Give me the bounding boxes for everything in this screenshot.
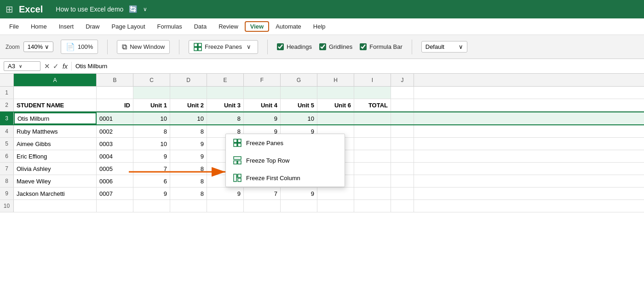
cell-C1[interactable]	[133, 87, 170, 99]
cell-G3[interactable]: 10	[281, 112, 317, 124]
cell-I9[interactable]	[354, 188, 391, 199]
menu-help[interactable]: Help	[308, 21, 331, 32]
cell-D6[interactable]: 9	[170, 150, 207, 162]
cell-I4[interactable]	[354, 125, 391, 137]
cell-I10[interactable]	[354, 200, 391, 212]
headings-checkbox-label[interactable]: Headings	[277, 43, 312, 50]
cell-B3[interactable]: 0001	[97, 112, 133, 124]
cell-J6[interactable]	[391, 150, 414, 162]
cell-J2[interactable]	[391, 99, 414, 111]
cell-I3[interactable]	[354, 112, 391, 124]
cell-reference-box[interactable]: A3 ∨	[4, 61, 40, 71]
col-header-B[interactable]: B	[97, 74, 133, 86]
cell-J4[interactable]	[391, 125, 414, 137]
cell-C9[interactable]: 9	[133, 188, 170, 199]
cell-C4[interactable]: 8	[133, 125, 170, 137]
cell-A10[interactable]	[14, 200, 97, 212]
cell-E1[interactable]	[207, 87, 244, 99]
menu-formulas[interactable]: Formulas	[152, 21, 188, 32]
cell-J8[interactable]	[391, 175, 414, 187]
cell-B8[interactable]: 0006	[97, 175, 133, 187]
cell-I7[interactable]	[354, 163, 391, 175]
cell-I1[interactable]	[354, 87, 391, 99]
cell-F3[interactable]: 9	[244, 112, 281, 124]
cell-J10[interactable]	[391, 200, 414, 212]
cell-H3[interactable]	[317, 112, 354, 124]
freeze-first-column-option[interactable]: Freeze First Column	[226, 169, 345, 187]
menu-file[interactable]: File	[4, 21, 24, 32]
menu-insert[interactable]: Insert	[53, 21, 80, 32]
cell-A8[interactable]: Maeve Wiley	[14, 175, 97, 187]
cell-B2[interactable]: ID	[97, 99, 133, 111]
col-header-F[interactable]: F	[244, 74, 281, 86]
cell-H2[interactable]: Unit 6	[317, 99, 354, 111]
freeze-panes-option[interactable]: Freeze Panes	[226, 134, 345, 152]
cell-C10[interactable]	[133, 200, 170, 212]
cell-C2[interactable]: Unit 1	[133, 99, 170, 111]
cell-C5[interactable]: 10	[133, 138, 170, 150]
menu-draw[interactable]: Draw	[80, 21, 105, 32]
cell-H9[interactable]	[317, 188, 354, 199]
cell-F2[interactable]: Unit 4	[244, 99, 281, 111]
cell-B10[interactable]	[97, 200, 133, 212]
cell-G9[interactable]: 9	[281, 188, 317, 199]
menu-page-layout[interactable]: Page Layout	[106, 21, 151, 32]
cell-J1[interactable]	[391, 87, 414, 99]
cell-F10[interactable]	[244, 200, 281, 212]
cell-A6[interactable]: Eric Effiong	[14, 150, 97, 162]
cancel-icon[interactable]: ✕	[44, 62, 50, 70]
cell-I2[interactable]: TOTAL	[354, 99, 391, 111]
gridlines-checkbox[interactable]	[319, 43, 326, 50]
cell-F1[interactable]	[244, 87, 281, 99]
menu-data[interactable]: Data	[189, 21, 212, 32]
cell-I8[interactable]	[354, 175, 391, 187]
menu-review[interactable]: Review	[213, 21, 244, 32]
cell-E9[interactable]: 9	[207, 188, 244, 199]
col-header-I[interactable]: I	[354, 74, 391, 86]
view-dropdown[interactable]: Default ∨	[421, 41, 467, 53]
cell-I6[interactable]	[354, 150, 391, 162]
col-header-A[interactable]: A	[14, 74, 97, 86]
cell-J9[interactable]	[391, 188, 414, 199]
cell-A2[interactable]: STUDENT NAME	[14, 99, 97, 111]
cell-D10[interactable]	[170, 200, 207, 212]
cell-C6[interactable]: 9	[133, 150, 170, 162]
cell-B1[interactable]	[97, 87, 133, 99]
gridlines-checkbox-label[interactable]: Gridlines	[319, 43, 352, 50]
cell-F9[interactable]: 7	[244, 188, 281, 199]
formula-bar-checkbox[interactable]	[360, 43, 367, 50]
cell-A4[interactable]: Ruby Matthews	[14, 125, 97, 137]
cell-J5[interactable]	[391, 138, 414, 150]
cell-E10[interactable]	[207, 200, 244, 212]
cell-G1[interactable]	[281, 87, 317, 99]
cell-D1[interactable]	[170, 87, 207, 99]
cell-D3[interactable]: 10	[170, 112, 207, 124]
headings-checkbox[interactable]	[277, 43, 284, 50]
cell-E3[interactable]: 8	[207, 112, 244, 124]
freeze-top-row-option[interactable]: Freeze Top Row	[226, 152, 345, 169]
col-header-H[interactable]: H	[317, 74, 354, 86]
cell-A3[interactable]: Otis Milburn	[14, 112, 97, 124]
cell-D4[interactable]: 8	[170, 125, 207, 137]
cell-D9[interactable]: 8	[170, 188, 207, 199]
cell-B6[interactable]: 0004	[97, 150, 133, 162]
cell-D2[interactable]: Unit 2	[170, 99, 207, 111]
new-window-button[interactable]: ⧉ New Window	[117, 40, 170, 54]
cell-E2[interactable]: Unit 3	[207, 99, 244, 111]
confirm-icon[interactable]: ✓	[53, 62, 59, 70]
formula-bar-checkbox-label[interactable]: Formula Bar	[360, 43, 402, 50]
cell-C3[interactable]: 10	[133, 112, 170, 124]
menu-home[interactable]: Home	[25, 21, 52, 32]
cell-B4[interactable]: 0002	[97, 125, 133, 137]
cell-B5[interactable]: 0003	[97, 138, 133, 150]
cell-A7[interactable]: Olivia Ashley	[14, 163, 97, 175]
zoom-value[interactable]: 140% ∨	[23, 41, 53, 52]
col-header-E[interactable]: E	[207, 74, 244, 86]
cell-J7[interactable]	[391, 163, 414, 175]
cell-A9[interactable]: Jackson Marchetti	[14, 188, 97, 199]
cell-B7[interactable]: 0005	[97, 163, 133, 175]
menu-automate[interactable]: Automate	[270, 21, 307, 32]
cell-J3[interactable]	[391, 112, 414, 124]
zoom-100-button[interactable]: 📄 100%	[61, 40, 98, 54]
formula-input[interactable]	[71, 62, 640, 70]
